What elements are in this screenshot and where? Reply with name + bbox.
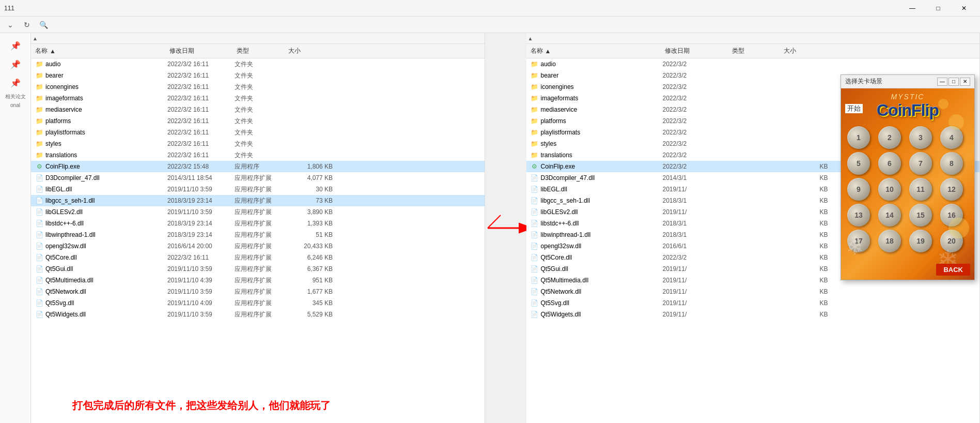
list-item[interactable]: 📄 Qt5Gui.dll 2019/11/10 3:59 应用程序扩展 6,36… <box>31 263 485 275</box>
list-item[interactable]: 📄 Qt5Multimedia.dll 2019/11/10 4:39 应用程序… <box>31 275 485 286</box>
list-item[interactable]: 📄 Qt5Core.dll 2022/3/2 16:11 应用程序扩展 6,24… <box>31 252 485 263</box>
col-header-type[interactable]: 类型 <box>232 46 284 56</box>
number-button-10[interactable]: 10 <box>878 178 901 201</box>
number-button-11[interactable]: 11 <box>909 178 932 201</box>
list-item[interactable]: 📄 Qt5Network.dll 2019/11/10 3:59 应用程序扩展 … <box>31 286 485 297</box>
number-button-5[interactable]: 5 <box>847 152 870 175</box>
minimize-button[interactable]: — <box>900 1 924 16</box>
list-item[interactable]: 📁 iconengines 2022/3/2 16:11 文件夹 <box>31 81 485 93</box>
search-button[interactable]: 🔍 <box>37 19 50 31</box>
sidebar-icon-pin2[interactable]: 📌 <box>7 56 24 72</box>
file-name: Qt5Core.dll <box>541 254 663 261</box>
file-name: imageformats <box>541 95 663 102</box>
list-item[interactable]: 📁 playlistformats 2022/3/2 16:11 文件夹 <box>31 127 485 138</box>
exe-icon: ⚙ <box>35 162 43 171</box>
list-item[interactable]: 📄 libEGL.dll 2019/11/10 3:59 应用程序扩展 30 K… <box>31 184 485 195</box>
list-item[interactable]: 📄 libgcc_s_seh-1.dll 2018/3/19 23:14 应用程… <box>31 195 485 206</box>
dll-icon: 📄 <box>35 231 43 239</box>
direction-arrow <box>485 207 526 249</box>
number-button-18[interactable]: 18 <box>878 230 901 252</box>
sort-toggle[interactable]: ▲ <box>31 34 39 42</box>
list-item[interactable]: 📄 libwinpthread-1.dll 2018/3/19 23:14 应用… <box>31 229 485 240</box>
number-button-13[interactable]: 13 <box>847 204 870 226</box>
file-size: KB <box>782 299 828 307</box>
file-type: 文件夹 <box>235 140 286 148</box>
file-name: imageformats <box>45 95 167 102</box>
right-col-header-size[interactable]: 大小 <box>780 46 826 56</box>
number-button-4[interactable]: 4 <box>940 126 963 149</box>
list-item[interactable]: 📄 libstdc++-6.dll 2018/3/19 23:14 应用程序扩展… <box>31 218 485 229</box>
dll-icon: 📄 <box>531 299 539 307</box>
file-name: Qt5Network.dll <box>541 288 663 295</box>
refresh-button[interactable]: ↻ <box>21 19 33 31</box>
back-nav-button[interactable]: ⌄ <box>4 19 17 31</box>
list-item[interactable]: 📄 libGLESv2.dll 2019/11/10 3:59 应用程序扩展 3… <box>31 206 485 218</box>
number-button-8[interactable]: 8 <box>940 152 963 175</box>
list-item[interactable]: 📄 Qt5Network.dll 2019/11/ KB <box>526 286 980 297</box>
file-name: platforms <box>45 117 167 125</box>
file-size: 3,890 KB <box>286 208 333 216</box>
number-button-6[interactable]: 6 <box>878 152 901 175</box>
maximize-button[interactable]: □ <box>926 1 950 16</box>
file-type: 应用程序扩展 <box>235 185 286 194</box>
number-button-12[interactable]: 12 <box>940 178 963 201</box>
file-date: 2016/6/14 20:00 <box>167 243 235 250</box>
dialog-maximize-button[interactable]: □ <box>948 78 959 86</box>
number-button-7[interactable]: 7 <box>909 152 932 175</box>
file-name: mediaservice <box>541 106 663 113</box>
folder-icon: 📁 <box>531 60 539 68</box>
list-item[interactable]: 📄 Qt5Widgets.dll 2019/11/ KB <box>526 309 980 320</box>
col-header-date[interactable]: 修改日期 <box>165 46 232 56</box>
sidebar-item-onal[interactable]: onal <box>10 102 20 108</box>
file-date: 2018/3/1 <box>663 197 730 204</box>
list-item[interactable]: 📄 Qt5Widgets.dll 2019/11/10 3:59 应用程序扩展 … <box>31 309 485 320</box>
list-item[interactable]: 📁 audio 2022/3/2 <box>526 58 980 70</box>
right-col-header-type[interactable]: 类型 <box>728 46 780 56</box>
number-button-14[interactable]: 14 <box>878 204 901 226</box>
file-size: KB <box>782 277 828 284</box>
list-item[interactable]: 📄 Qt5Svg.dll 2019/11/10 4:09 应用程序扩展 345 … <box>31 297 485 309</box>
sidebar-icon-pin3[interactable]: 📌 <box>7 74 24 91</box>
col-header-size[interactable]: 大小 <box>284 46 331 56</box>
file-date: 2022/3/2 <box>663 117 730 125</box>
number-button-15[interactable]: 15 <box>909 204 932 226</box>
number-button-9[interactable]: 9 <box>847 178 870 201</box>
sidebar-item-related[interactable]: 相关论文 <box>5 93 26 100</box>
list-item[interactable]: 📁 styles 2022/3/2 16:11 文件夹 <box>31 138 485 149</box>
dialog-minimize-button[interactable]: — <box>937 78 947 86</box>
file-name: libstdc++-6.dll <box>45 220 167 227</box>
back-button[interactable]: BACK <box>936 264 970 276</box>
list-item[interactable]: 📁 imageformats 2022/3/2 16:11 文件夹 <box>31 93 485 104</box>
file-name: bearer <box>45 72 167 79</box>
dll-icon: 📄 <box>531 197 539 205</box>
number-button-1[interactable]: 1 <box>847 126 870 149</box>
list-item[interactable]: ⚙ CoinFlip.exe 2022/3/2 15:48 应用程序 1,806… <box>31 161 485 172</box>
dialog-close-button[interactable]: ✕ <box>960 78 970 86</box>
list-item[interactable]: 📁 platforms 2022/3/2 16:11 文件夹 <box>31 115 485 127</box>
list-item[interactable]: 📁 mediaservice 2022/3/2 16:11 文件夹 <box>31 104 485 115</box>
file-date: 2022/3/2 <box>663 83 730 90</box>
file-date: 2019/11/10 3:59 <box>167 288 235 295</box>
list-item[interactable]: 📁 bearer 2022/3/2 16:11 文件夹 <box>31 70 485 81</box>
file-type: 应用程序扩展 <box>235 242 286 251</box>
number-button-3[interactable]: 3 <box>909 126 932 149</box>
list-item[interactable]: 📄 opengl32sw.dll 2016/6/14 20:00 应用程序扩展 … <box>31 240 485 252</box>
number-button-2[interactable]: 2 <box>878 126 901 149</box>
dll-icon: 📄 <box>35 219 43 228</box>
right-col-header-name[interactable]: 名称 ▲ <box>526 46 661 56</box>
file-size: 345 KB <box>286 299 333 307</box>
number-button-19[interactable]: 19 <box>909 230 932 252</box>
list-item[interactable]: 📁 translations 2022/3/2 16:11 文件夹 <box>31 149 485 161</box>
list-item[interactable]: 📁 audio 2022/3/2 16:11 文件夹 <box>31 58 485 70</box>
close-button[interactable]: ✕ <box>952 1 976 16</box>
right-sort-toggle[interactable]: ▲ <box>526 34 535 42</box>
col-header-name[interactable]: 名称 ▲ <box>31 46 165 56</box>
sidebar-icon-pin1[interactable]: 📌 <box>7 37 24 54</box>
right-col-header-date[interactable]: 修改日期 <box>661 46 728 56</box>
file-name: Qt5Core.dll <box>45 254 167 261</box>
file-size: KB <box>782 174 828 182</box>
dialog-start-label: 开始 <box>845 104 863 113</box>
list-item[interactable]: 📄 D3Dcompiler_47.dll 2014/3/11 18:54 应用程… <box>31 172 485 184</box>
file-size: KB <box>782 220 828 227</box>
list-item[interactable]: 📄 Qt5Svg.dll 2019/11/ KB <box>526 297 980 309</box>
